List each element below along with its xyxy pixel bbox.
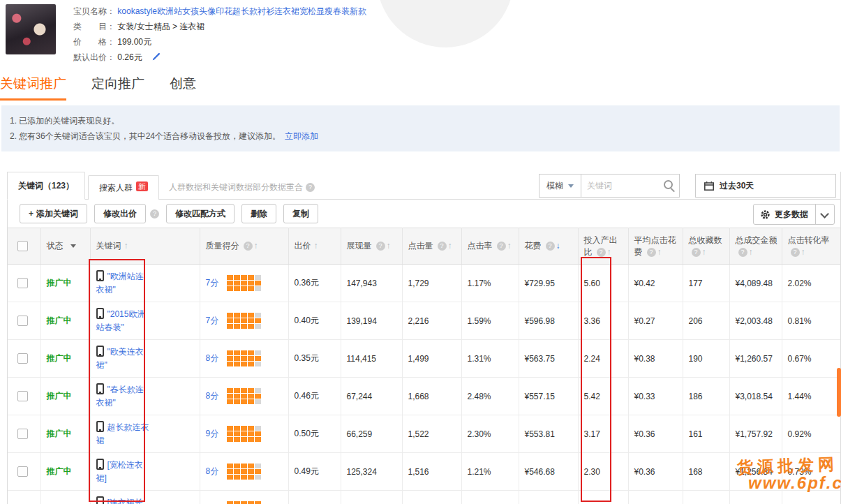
mobile-phone-icon xyxy=(96,270,104,281)
quality-score-link[interactable]: 8分 xyxy=(206,466,219,476)
chevron-down-icon[interactable] xyxy=(815,205,834,224)
column-header-keyword[interactable]: 关键词↑ xyxy=(90,228,200,265)
cell-clicks: 1,516 xyxy=(402,453,461,491)
tab-search-audience[interactable]: 搜索人群新 xyxy=(88,175,159,200)
toolbar-button-edit-bid[interactable]: 修改出价 xyxy=(94,204,146,223)
cell-gmv: ¥3,018.54 xyxy=(729,378,782,415)
mobile-phone-icon xyxy=(96,383,104,394)
more-data-label: 更多数据 xyxy=(771,209,815,221)
tab-keywords-list[interactable]: 关键词（123） xyxy=(7,172,85,200)
table-row: 推广中超长款连衣裙9分0.50元66,2591,5222.30%¥553.813… xyxy=(8,415,840,453)
row-checkbox[interactable] xyxy=(17,391,28,401)
column-header-impressions[interactable]: 展现量?↑ xyxy=(341,228,402,265)
cell-impressions: 139,194 xyxy=(341,302,402,340)
column-header-cvr[interactable]: 点击转化率?↑ xyxy=(782,228,840,265)
cell-bid: 0.36元 xyxy=(288,265,341,302)
status-badge: 推广中 xyxy=(47,391,72,401)
cell-roi: 3.17 xyxy=(578,415,628,453)
column-header-status[interactable]: 状态 xyxy=(40,228,90,265)
toolbar-button-edit-match-type[interactable]: 修改匹配方式 xyxy=(166,204,235,223)
column-header-avg_cost[interactable]: 平均点击花费?↑ xyxy=(628,228,683,265)
cell-cost: ¥557.15 xyxy=(519,378,578,415)
header-checkbox[interactable] xyxy=(17,241,28,251)
quality-score-link[interactable]: 8分 xyxy=(206,353,219,363)
quality-score-grid xyxy=(227,501,261,504)
quality-score-grid xyxy=(227,275,261,291)
cell-bid: 0.28元 xyxy=(288,491,341,504)
tab-targeted-promotion[interactable]: 定向推广 xyxy=(91,75,144,101)
column-header-bid[interactable]: 出价↑ xyxy=(288,228,341,265)
help-icon: ? xyxy=(306,183,315,192)
main-tabs: 关键词推广 定向推广 创意 xyxy=(0,75,196,101)
notice-line-2: 2. 您有36个关键词适合该宝贝，其中24个适合移动设备投放，建议添加。立即添加 xyxy=(10,128,831,144)
sort-up-icon: ↑ xyxy=(124,241,128,251)
cell-ctr: 1.21% xyxy=(461,453,519,491)
cell-ctr: 0.81% xyxy=(461,491,519,504)
cell-avg_cost: ¥0.36 xyxy=(628,453,683,491)
toolbar-button-add-keyword[interactable]: +添加关键词 xyxy=(20,204,87,223)
cell-roi: 2.30 xyxy=(578,453,628,491)
cell-cost: ¥546.68 xyxy=(519,453,578,491)
quality-score-link[interactable]: 8分 xyxy=(206,391,219,401)
toolbar-button-copy[interactable]: 复制 xyxy=(283,204,318,223)
cell-cvr: 2.02% xyxy=(782,265,840,302)
toolbar-button-delete[interactable]: 删除 xyxy=(241,204,276,223)
cell-impressions: 114,415 xyxy=(341,340,402,378)
cell-clicks: 1,499 xyxy=(402,340,461,378)
cell-bid: 0.40元 xyxy=(288,302,341,340)
cell-favorites: 177 xyxy=(683,265,729,302)
cell-bid: 0.50元 xyxy=(288,415,341,453)
row-checkbox[interactable] xyxy=(17,466,28,477)
column-header-quality[interactable]: 质量得分?↑ xyxy=(200,228,288,265)
table-row: 推广中[宽松连衣裙]8分0.49元125,3241,5161.21%¥546.6… xyxy=(8,453,840,491)
tab-keyword-promotion[interactable]: 关键词推广 xyxy=(0,75,66,101)
quality-score-link[interactable]: 7分 xyxy=(206,278,219,288)
search-icon[interactable] xyxy=(664,180,673,189)
scrollbar-thumb[interactable] xyxy=(837,368,841,417)
cell-clicks: 1,668 xyxy=(402,378,461,415)
cell-gmv: ¥1,260.57 xyxy=(729,340,782,378)
cell-favorites: 186 xyxy=(683,378,729,415)
notice-line-1: 1. 已添加的关键词表现良好。 xyxy=(10,113,831,128)
quality-score-link[interactable]: 9分 xyxy=(206,429,219,438)
cell-cvr: 0.92% xyxy=(782,415,840,453)
cell-avg_cost: ¥0.33 xyxy=(628,378,683,415)
product-info: 宝贝名称： kookastyle欧洲站女孩头像印花超长款衬衫连衣裙宽松显瘦春装新… xyxy=(73,3,366,65)
row-checkbox[interactable] xyxy=(17,353,28,364)
status-badge: 推广中 xyxy=(47,316,72,325)
row-checkbox[interactable] xyxy=(17,278,28,288)
table-body: 推广中"欧洲站连衣裙"7分0.36元147,9431,7291.17%¥729.… xyxy=(8,265,840,504)
row-checkbox[interactable] xyxy=(17,429,28,439)
row-checkbox[interactable] xyxy=(17,316,28,326)
keyword-link[interactable]: 超长款连衣裙 xyxy=(96,422,149,445)
column-header-select[interactable] xyxy=(8,228,40,265)
column-header-favorites[interactable]: 总收藏数?↑ xyxy=(683,228,729,265)
date-range-button[interactable]: 过去30天 xyxy=(695,174,836,198)
column-header-gmv[interactable]: 总成交金额?↑ xyxy=(729,228,782,265)
cell-impressions: 147,943 xyxy=(341,265,402,302)
product-price-value: 199.00元 xyxy=(117,37,151,47)
cell-favorites: 168 xyxy=(683,453,729,491)
column-header-roi[interactable]: 投入产出比?↑ xyxy=(578,228,628,265)
quality-score-link[interactable]: 7分 xyxy=(206,316,219,325)
edit-pencil-icon[interactable] xyxy=(151,52,161,61)
fuzzy-match-dropdown[interactable]: 模糊 xyxy=(539,174,581,198)
cell-cost: ¥729.95 xyxy=(519,265,578,302)
more-data-button[interactable]: 更多数据 xyxy=(753,204,835,225)
product-name-link[interactable]: kookastyle欧洲站女孩头像印花超长款衬衫连衣裙宽松显瘦春装新款 xyxy=(117,6,366,16)
filter-caret-icon xyxy=(70,244,76,248)
column-header-cost[interactable]: 花费?↓ xyxy=(519,228,578,265)
cell-ctr: 2.48% xyxy=(461,378,519,415)
cell-impressions: 67,244 xyxy=(341,378,402,415)
cell-favorites: 161 xyxy=(683,415,729,453)
sort-up-icon: ↑ xyxy=(507,241,512,251)
column-header-ctr[interactable]: 点击率?↑ xyxy=(461,228,519,265)
mobile-phone-icon xyxy=(96,308,104,319)
column-header-clicks[interactable]: 点击量?↑ xyxy=(402,228,461,265)
cell-gmv: ¥4,089.48 xyxy=(729,265,782,302)
sort-down-icon: ↓ xyxy=(556,241,560,251)
add-now-link[interactable]: 立即添加 xyxy=(285,131,318,141)
sort-up-icon: ↑ xyxy=(254,241,258,251)
tab-creative[interactable]: 创意 xyxy=(170,75,196,101)
notice-banner: 1. 已添加的关键词表现良好。 2. 您有36个关键词适合该宝贝，其中24个适合… xyxy=(1,105,840,151)
